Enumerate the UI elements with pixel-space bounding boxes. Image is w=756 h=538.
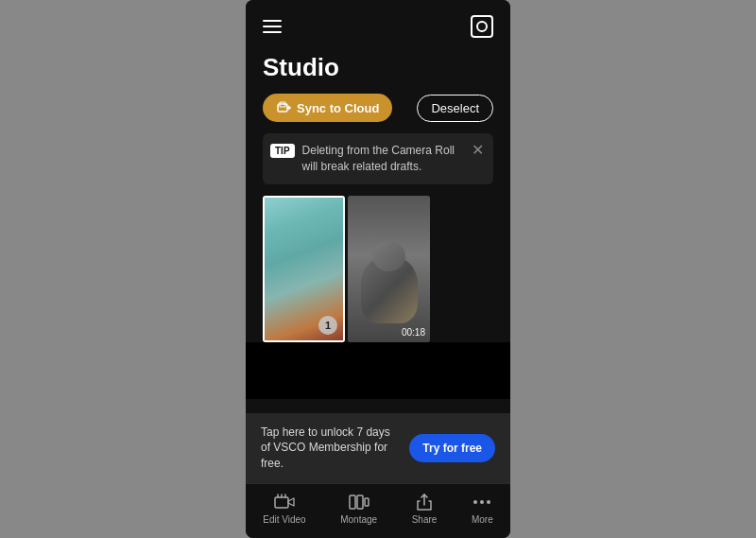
svg-point-10 (480, 500, 484, 504)
sync-label: Sync to Cloud (297, 101, 379, 115)
try-for-free-button[interactable]: Try for free (409, 434, 495, 462)
selection-badge: 1 (318, 316, 337, 335)
camera-icon[interactable] (471, 15, 493, 38)
video-duration: 00:18 (402, 327, 425, 338)
svg-rect-2 (275, 497, 288, 508)
nav-label-montage: Montage (340, 514, 377, 525)
svg-rect-7 (357, 495, 363, 509)
page-title: Studio (263, 53, 493, 82)
nav-item-more[interactable]: More (472, 494, 493, 525)
svg-rect-8 (365, 498, 369, 506)
svg-point-9 (473, 500, 477, 504)
svg-point-11 (487, 500, 490, 504)
toolbar-row: Sync to Cloud Deselect (263, 94, 493, 122)
svg-rect-6 (350, 495, 355, 509)
media-item-video[interactable]: 00:18 (348, 196, 430, 342)
edit-video-icon (274, 494, 295, 511)
content-area: Studio Sync to Cloud Deselect T (246, 45, 510, 413)
nav-item-share[interactable]: Share (412, 494, 438, 525)
nav-label-more: More (472, 514, 493, 525)
header-bar (246, 0, 510, 45)
media-item-photo[interactable]: 1 (263, 196, 345, 342)
nav-item-edit-video[interactable]: Edit Video (263, 494, 305, 525)
media-grid: 1 00:18 (263, 196, 493, 342)
nav-item-montage[interactable]: Montage (340, 494, 377, 525)
share-icon (414, 494, 435, 511)
upgrade-text: Tap here to unlock 7 days of VSCO Member… (261, 425, 400, 472)
more-icon (472, 494, 492, 511)
empty-area (246, 342, 510, 399)
phone-screen: Studio Sync to Cloud Deselect T (246, 0, 510, 538)
nav-label-share: Share (412, 514, 438, 525)
deselect-button[interactable]: Deselect (417, 95, 493, 122)
tip-close-button[interactable]: ✕ (472, 141, 484, 159)
deselect-label: Deselect (431, 101, 479, 115)
sync-icon (276, 100, 291, 115)
tip-badge: TIP (270, 144, 295, 158)
tip-banner: TIP Deleting from the Camera Roll will b… (263, 133, 493, 184)
montage-icon (349, 494, 369, 511)
tip-message: Deleting from the Camera Roll will break… (302, 143, 464, 175)
upgrade-banner: Tap here to unlock 7 days of VSCO Member… (246, 413, 510, 483)
nav-label-edit-video: Edit Video (263, 514, 305, 525)
sync-to-cloud-button[interactable]: Sync to Cloud (263, 94, 392, 122)
menu-icon[interactable] (263, 20, 282, 33)
bottom-nav: Edit Video Montage Share (246, 483, 510, 538)
